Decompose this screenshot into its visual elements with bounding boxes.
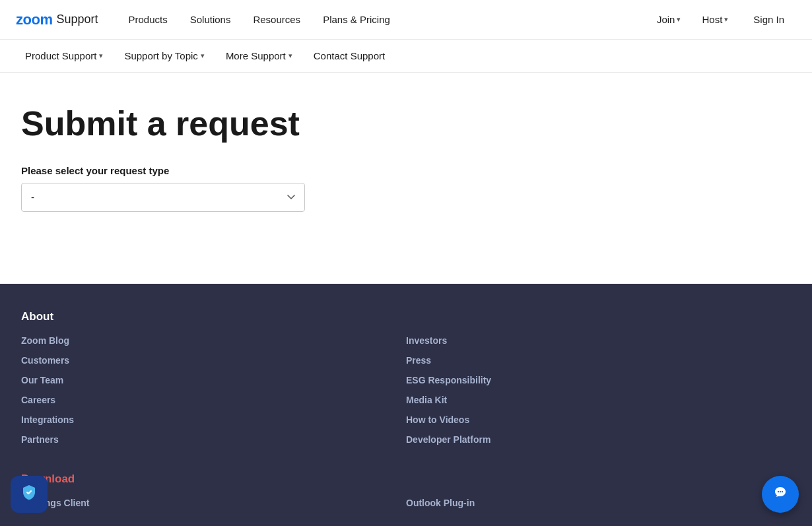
footer-link-outlook-plugin[interactable]: Outlook Plug-in [406,498,791,508]
footer-link-media-kit[interactable]: Media Kit [406,395,791,405]
chevron-down-icon: ▾ [677,15,681,24]
top-navigation: zoom Support Products Solutions Resource… [0,0,812,40]
nav-products[interactable]: Products [119,9,177,30]
footer-download-left: Meetings Client [21,498,406,517]
zoom-logo-text: zoom [16,11,52,28]
footer: About Zoom Blog Customers Our Team Caree… [0,284,812,526]
logo-link[interactable]: zoom Support [16,11,98,28]
svg-point-1 [778,491,779,492]
footer-link-esg[interactable]: ESG Responsibility [406,375,791,385]
footer-link-zoom-blog[interactable]: Zoom Blog [21,335,406,346]
footer-link-developer-platform[interactable]: Developer Platform [406,434,791,445]
footer-link-our-team[interactable]: Our Team [21,375,406,385]
chat-icon [772,484,789,505]
secondary-navigation: Product Support ▾ Support by Topic ▾ Mor… [0,40,812,73]
nav-support-by-topic[interactable]: Support by Topic ▾ [115,45,213,67]
top-nav-links: Products Solutions Resources Plans & Pri… [119,9,649,30]
chevron-down-icon: ▾ [99,51,103,60]
footer-link-integrations[interactable]: Integrations [21,414,406,425]
main-content: Submit a request Please select your requ… [0,73,812,284]
footer-col-right: Investors Press ESG Responsibility Media… [406,335,791,454]
footer-link-careers[interactable]: Careers [21,395,406,405]
footer-download-right: Outlook Plug-in [406,498,791,517]
footer-link-how-to-videos[interactable]: How to Videos [406,414,791,425]
svg-point-3 [782,491,783,492]
svg-point-2 [780,491,781,492]
sign-in-button[interactable]: Sign In [741,9,796,30]
nav-host[interactable]: Host ▾ [694,9,736,30]
chevron-down-icon: ▾ [288,51,292,60]
page-title: Submit a request [21,104,791,144]
nav-resources[interactable]: Resources [244,9,310,30]
nav-join[interactable]: Join ▾ [649,9,689,30]
support-logo-text: Support [56,13,98,26]
footer-link-press[interactable]: Press [406,355,791,366]
chevron-down-icon: ▾ [724,15,728,24]
footer-download-section: Download Meetings Client Outlook Plug-in [21,473,791,517]
chevron-down-icon: ▾ [201,51,205,60]
chat-widget[interactable] [762,476,799,513]
request-type-select[interactable]: - [21,183,305,212]
nav-more-support[interactable]: More Support ▾ [217,45,302,67]
nav-solutions[interactable]: Solutions [181,9,240,30]
footer-link-partners[interactable]: Partners [21,434,406,445]
footer-download-title: Download [21,473,791,486]
nav-plans-pricing[interactable]: Plans & Pricing [314,9,399,30]
shield-icon [20,483,38,506]
footer-col-left: Zoom Blog Customers Our Team Careers Int… [21,335,406,454]
footer-columns: Zoom Blog Customers Our Team Careers Int… [21,335,791,454]
top-nav-right: Join ▾ Host ▾ Sign In [649,9,796,30]
request-type-label: Please select your request type [21,165,791,176]
footer-link-meetings-client[interactable]: Meetings Client [21,498,406,508]
footer-link-customers[interactable]: Customers [21,355,406,366]
nav-product-support[interactable]: Product Support ▾ [16,45,112,67]
footer-link-investors[interactable]: Investors [406,335,791,346]
security-widget[interactable] [11,476,48,513]
nav-contact-support[interactable]: Contact Support [304,45,394,67]
footer-download-columns: Meetings Client Outlook Plug-in [21,498,791,517]
footer-about-title: About [21,310,791,323]
